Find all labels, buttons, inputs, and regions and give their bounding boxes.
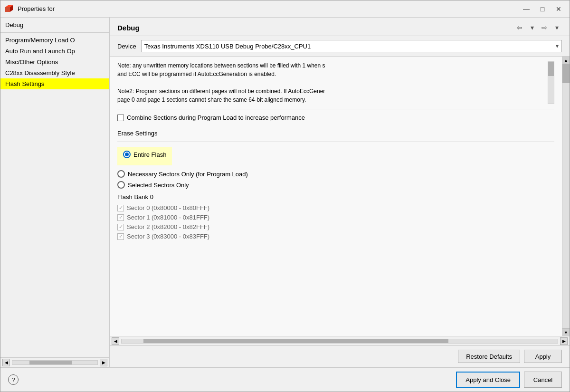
sector-0-row: Sector 0 (0x80000 - 0x80FFF) [117,204,554,211]
sidebar-item-program-memory[interactable]: Program/Memory Load O [0,35,109,46]
sidebar-item-flash-settings[interactable]: Flash Settings [0,78,109,89]
combine-sections-checkbox[interactable] [117,115,124,121]
nav-back-dropdown[interactable]: ▾ [527,22,537,33]
radio-entire-flash-label: Entire Flash [133,151,166,158]
footer-buttons: Apply and Close Cancel [456,372,562,388]
sidebar-header: Debug [0,18,109,33]
right-panel: Debug ⇦ ▾ ⇨ ▾ Device Texas Instruments X… [110,18,570,367]
flash-bank-section: Flash Bank 0 Sector 0 (0x80000 - 0x80FFF… [117,193,554,240]
radio-entire-flash[interactable]: Entire Flash [123,151,166,158]
scroll-left-arrow[interactable]: ◀ [2,359,10,366]
hscroll-right-arrow[interactable]: ▶ [560,337,568,345]
app-icon [4,4,14,14]
maximize-button[interactable]: □ [535,3,550,15]
notes-scroll-thumb [548,62,554,76]
hscroll-left-arrow[interactable]: ◀ [112,337,119,345]
scroll-thumb [29,361,72,364]
sector-3-row: Sector 3 (0x83000 - 0x83FFF) [117,233,554,240]
note-line4: page 0 and page 1 sections cannot share … [117,96,544,104]
notes-text: Note: any unwritten memory locations bet… [117,61,544,104]
sector-3-label: Sector 3 (0x83000 - 0x83FFF) [127,233,209,240]
vertical-scrollbar[interactable]: ▲ ▼ [562,57,570,336]
window-controls: — □ ✕ [519,3,566,15]
minimize-button[interactable]: — [519,3,533,15]
radio-selected-sectors[interactable]: Selected Sectors Only [117,181,554,189]
device-select-value: Texas Instruments XDS110 USB Debug Probe… [144,43,556,50]
properties-window: Properties for — □ ✕ Debug Program/Memor… [0,0,570,392]
combine-sections-row: Combine Sections during Program Load to … [117,114,554,121]
note-line3: Note2: Program sections on different pag… [117,87,544,96]
content-scroll: Note: any unwritten memory locations bet… [110,57,562,336]
device-label: Device [117,43,136,50]
panel-title: Debug [117,24,140,32]
vscroll-track [562,64,570,328]
sector-0-checkbox[interactable] [117,205,124,211]
title-bar: Properties for — □ ✕ [0,0,570,18]
hscroll-track [121,339,558,344]
panel-header: Debug ⇦ ▾ ⇨ ▾ [110,18,570,36]
scroll-right-arrow[interactable]: ▶ [100,359,107,366]
radio-necessary-sectors-label: Necessary Sectors Only (for Program Load… [128,171,248,178]
erase-settings-divider [117,142,554,142]
scroll-track [12,360,98,365]
horizontal-scrollbar[interactable]: ◀ ▶ [110,336,570,345]
sector-1-checkbox[interactable] [117,214,124,221]
nav-forward-dropdown[interactable]: ▾ [551,22,562,33]
vscroll-thumb [562,64,570,83]
note-line1: Note: any unwritten memory locations bet… [117,61,544,70]
content-inner: Note: any unwritten memory locations bet… [110,57,562,247]
footer-bar: ? Apply and Close Cancel [0,367,570,392]
vscroll-down-arrow[interactable]: ▼ [562,328,570,336]
close-button[interactable]: ✕ [551,3,566,15]
apply-close-button[interactable]: Apply and Close [456,372,520,388]
sector-2-row: Sector 2 (0x82000 - 0x82FFF) [117,223,554,230]
sidebar-item-misc-options[interactable]: Misc/Other Options [0,57,109,67]
flash-bank-label: Flash Bank 0 [117,193,554,201]
cancel-button[interactable]: Cancel [524,372,562,388]
device-row: Device Texas Instruments XDS110 USB Debu… [110,36,570,57]
main-content: Debug Program/Memory Load O Auto Run and… [0,18,570,367]
device-select[interactable]: Texas Instruments XDS110 USB Debug Probe… [141,40,562,52]
sidebar-tree: Program/Memory Load O Auto Run and Launc… [0,33,109,357]
sector-1-row: Sector 1 (0x81000 - 0x81FFF) [117,214,554,221]
combine-sections-label: Combine Sections during Program Load to … [127,114,305,121]
sidebar-item-disassembly[interactable]: C28xx Disassembly Style [0,67,109,78]
content-with-scrollbar: Note: any unwritten memory locations bet… [110,57,570,336]
content-area: Note: any unwritten memory locations bet… [110,57,570,345]
sector-1-label: Sector 1 (0x81000 - 0x81FFF) [127,214,209,221]
notes-section: Note: any unwritten memory locations bet… [117,61,554,109]
sidebar-horizontal-scrollbar[interactable]: ◀ ▶ [0,357,109,367]
device-dropdown-arrow: ▾ [556,43,559,49]
restore-defaults-button[interactable]: Restore Defaults [458,350,520,363]
vscroll-up-arrow[interactable]: ▲ [562,57,570,64]
sector-2-label: Sector 2 (0x82000 - 0x82FFF) [127,223,209,230]
radio-dot [125,153,129,156]
apply-button[interactable]: Apply [524,350,562,363]
erase-settings-label: Erase Settings [117,127,554,139]
note-line2: and ECC will be programmed if AutoEccGen… [117,70,544,78]
help-button[interactable]: ? [8,374,19,385]
panel-nav-icons: ⇦ ▾ ⇨ ▾ [514,22,562,33]
notes-scrollbar[interactable] [548,61,554,104]
nav-forward-button[interactable]: ⇨ [539,22,550,33]
sector-3-checkbox[interactable] [117,233,124,240]
nav-back-button[interactable]: ⇦ [514,22,525,33]
radio-necessary-sectors-button[interactable] [117,170,125,178]
radio-selected-sectors-label: Selected Sectors Only [128,182,189,189]
radio-entire-flash-button[interactable] [123,151,131,158]
window-title: Properties for [18,5,519,12]
sidebar-item-auto-run[interactable]: Auto Run and Launch Op [0,46,109,57]
hscroll-thumb [143,339,449,343]
sector-2-checkbox[interactable] [117,224,124,230]
erase-settings-highlight: Entire Flash [117,147,172,165]
radio-necessary-sectors[interactable]: Necessary Sectors Only (for Program Load… [117,170,554,178]
sidebar: Debug Program/Memory Load O Auto Run and… [0,18,110,367]
svg-rect-0 [5,7,10,12]
sector-0-label: Sector 0 (0x80000 - 0x80FFF) [127,204,209,211]
panel-buttons: Restore Defaults Apply [110,345,570,367]
radio-selected-sectors-button[interactable] [117,181,125,189]
